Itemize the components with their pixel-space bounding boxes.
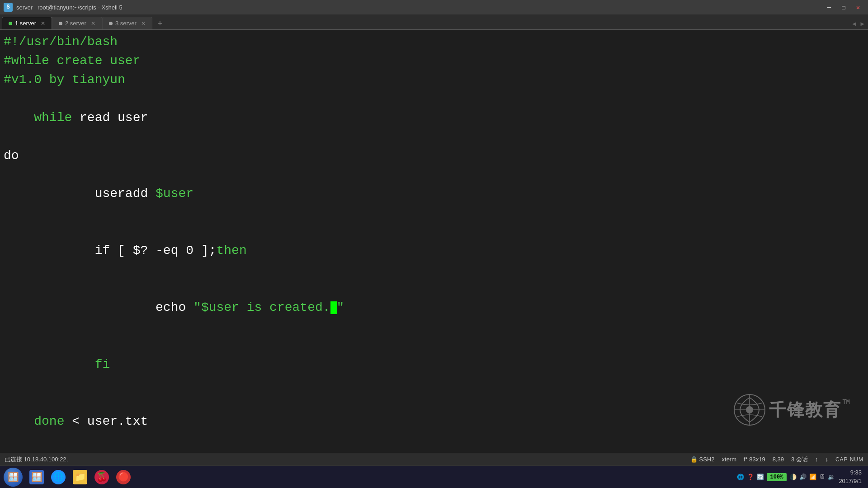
filemanager-app-icon: 📁 bbox=[73, 470, 87, 484]
start-orb-icon: 🪟 bbox=[4, 468, 23, 487]
refresh-icon: 🔄 bbox=[757, 474, 764, 481]
start-button[interactable]: 🪟 bbox=[2, 467, 24, 488]
code-line-4: while read user bbox=[4, 89, 864, 146]
code-line-9: fi bbox=[4, 336, 864, 393]
tab-scroll-left[interactable]: ◀ bbox=[850, 20, 858, 28]
code-line-6: useradd $user bbox=[4, 165, 864, 222]
tab-bar: 1 server ✕ 2 server ✕ 3 server ✕ + ◀ ▶ bbox=[0, 14, 868, 30]
taskbar-cherry-icon[interactable]: 🍒 bbox=[91, 467, 112, 488]
taskbar-red-app-icon[interactable]: 🔴 bbox=[113, 467, 134, 488]
close-button[interactable]: ✕ bbox=[852, 3, 864, 12]
tab-3-server[interactable]: 3 server ✕ bbox=[102, 17, 152, 29]
code-line-1: #!/usr/bin/bash bbox=[4, 33, 864, 52]
clock-time: 9:33 bbox=[839, 469, 862, 477]
tab-3-close[interactable]: ✕ bbox=[141, 20, 146, 27]
connection-status: 已连接 10.18.40.100:22, bbox=[5, 455, 68, 464]
sessions-label: 3 会话 bbox=[791, 455, 808, 464]
ssh-indicator: 🔒 SSH2 bbox=[690, 456, 715, 463]
monitor-icon: 🖥 bbox=[819, 474, 825, 480]
cursor bbox=[330, 301, 337, 314]
browser-app-icon: 🌐 bbox=[51, 470, 66, 484]
watermark-label: 千锋教育 bbox=[769, 399, 841, 422]
speaker-icon: 🔊 bbox=[799, 474, 807, 481]
app-icon: S bbox=[4, 3, 13, 12]
red-app-icon: 🔴 bbox=[116, 470, 131, 484]
status-right: 🔒 SSH2 xterm f* 83x19 8,39 3 会话 ↑ ↓ CAP … bbox=[690, 455, 863, 464]
xterm-label: xterm bbox=[722, 456, 737, 463]
network-icon: 🌐 bbox=[737, 474, 744, 481]
arrow-down-icon: ↓ bbox=[825, 456, 828, 463]
tab-arrows: ◀ ▶ bbox=[850, 20, 866, 29]
volume-icon: 🔉 bbox=[828, 474, 835, 481]
clock: 9:33 2017/9/1 bbox=[839, 469, 862, 485]
tab-2-label: 2 server bbox=[65, 20, 86, 27]
tab-dot bbox=[9, 22, 12, 25]
code-line-8: echo "$user is created." bbox=[4, 279, 864, 336]
taskbar-apps: 🪟 🌐 📁 🍒 🔴 bbox=[24, 467, 136, 488]
code-line-5: do bbox=[4, 146, 864, 165]
tray-icons: 🌐 ❓ 🔄 100% 🌓 🔊 📶 🖥 🔉 bbox=[737, 473, 835, 481]
tilde-1: ~ bbox=[4, 450, 864, 453]
windows-app-icon: 🪟 bbox=[29, 470, 44, 484]
minimize-button[interactable]: — bbox=[823, 3, 835, 12]
question-icon: ❓ bbox=[747, 474, 754, 481]
size-label: f* 83x19 bbox=[744, 456, 765, 463]
arrow-up-icon: ↑ bbox=[815, 456, 818, 463]
clock-date: 2017/9/1 bbox=[839, 477, 862, 485]
tab-2-server[interactable]: 2 server ✕ bbox=[52, 17, 102, 29]
tab-dot bbox=[59, 22, 62, 25]
watermark-tm: TM bbox=[842, 399, 850, 406]
new-tab-button[interactable]: + bbox=[154, 19, 166, 29]
lock-icon: 🔒 bbox=[690, 456, 698, 463]
tab-dot bbox=[109, 22, 113, 25]
taskbar-right: 🌐 ❓ 🔄 100% 🌓 🔊 📶 🖥 🔉 9:33 2017/9/1 bbox=[737, 469, 866, 485]
position-label: 8,39 bbox=[773, 456, 784, 463]
maximize-button[interactable]: ❐ bbox=[837, 3, 850, 12]
tab-2-close[interactable]: ✕ bbox=[91, 20, 95, 27]
tab-1-server[interactable]: 1 server ✕ bbox=[2, 17, 52, 29]
title-bar: S server root@tianyun:~/scripts - Xshell… bbox=[0, 0, 868, 14]
tab-scroll-right[interactable]: ▶ bbox=[859, 20, 866, 28]
network2-icon: 📶 bbox=[809, 474, 816, 481]
battery-indicator: 100% bbox=[767, 473, 787, 481]
cherry-app-icon: 🍒 bbox=[94, 470, 109, 484]
tab-1-close[interactable]: ✕ bbox=[41, 20, 45, 27]
tab-1-label: 1 server bbox=[15, 20, 36, 27]
status-bar: 已连接 10.18.40.100:22, 🔒 SSH2 xterm f* 83x… bbox=[0, 453, 868, 465]
taskbar-filemanager-icon[interactable]: 📁 bbox=[70, 467, 90, 488]
editor-area[interactable]: #!/usr/bin/bash #while create user #v1.0… bbox=[0, 30, 868, 453]
taskbar: 🪟 🪟 🌐 📁 🍒 🔴 🌐 ❓ 🔄 100% 🌓 🔊 bbox=[0, 465, 868, 488]
code-line-2: #while create user bbox=[4, 52, 864, 70]
brightness-icon: 🌓 bbox=[789, 474, 797, 481]
title-bar-text: server root@tianyun:~/scripts - Xshell 5 bbox=[16, 4, 819, 11]
watermark-logo-icon bbox=[734, 394, 765, 426]
code-line-3: #v1.0 by tianyun bbox=[4, 70, 864, 89]
tab-3-label: 3 server bbox=[115, 20, 137, 27]
ssh-label: SSH2 bbox=[699, 456, 715, 463]
watermark: 千锋教育 TM bbox=[734, 394, 850, 426]
taskbar-windows-icon[interactable]: 🪟 bbox=[26, 467, 47, 488]
code-line-7: if [ $? -eq 0 ];then bbox=[4, 222, 864, 279]
window-controls: — ❐ ✕ bbox=[823, 3, 864, 12]
taskbar-browser-icon[interactable]: 🌐 bbox=[48, 467, 69, 488]
cap-num-label: CAP NUM bbox=[835, 456, 863, 463]
